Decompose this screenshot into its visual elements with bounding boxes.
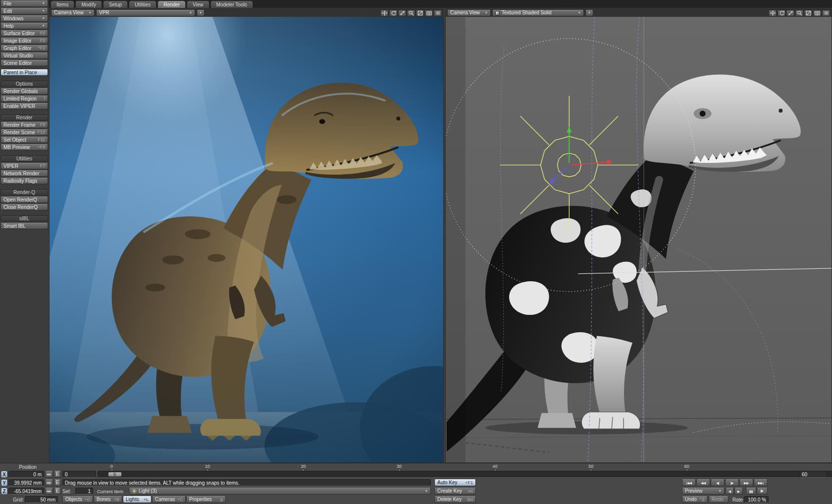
timeline-ruler[interactable]: 0 10 20 30 40 50 60 <box>98 463 797 470</box>
render-mode-dropdown[interactable]: VPR▼ <box>96 10 195 16</box>
virtual-studio-button[interactable]: Virtual Studio <box>0 52 48 59</box>
tab-view[interactable]: View <box>187 0 209 8</box>
redo-button[interactable]: Redo <box>709 496 728 503</box>
ruler-tick: 60 <box>684 464 689 469</box>
tab-utilities[interactable]: Utilities <box>129 0 156 8</box>
limited-region-button[interactable]: Limited Regionl <box>0 96 48 102</box>
viewport-options-dropdown[interactable]: ▼ <box>585 10 593 16</box>
preview-step-forward-button[interactable]: ▶ <box>734 488 743 495</box>
surface-editor-button[interactable]: Surface EditorF5 <box>0 30 48 37</box>
x-axis-label[interactable]: X <box>1 471 7 478</box>
tab-setup[interactable]: Setup <box>103 0 128 8</box>
y-envelope-button[interactable]: E <box>54 479 61 486</box>
pan-icon[interactable] <box>769 10 777 16</box>
enable-viper-button[interactable]: Enable VIPER <box>0 103 48 109</box>
preview-step-back-button[interactable]: ◀ <box>726 488 734 495</box>
auto-key-button[interactable]: Auto Key+F1 <box>434 479 476 486</box>
next-keyframe-button[interactable]: ▶▶ <box>739 479 753 486</box>
rotate-icon[interactable] <box>778 10 785 16</box>
viewport-options-dropdown[interactable]: ▼ <box>197 10 205 16</box>
z-envelope-button[interactable]: E <box>54 488 61 495</box>
prev-frame-button[interactable]: ◀| <box>711 479 725 486</box>
tab-render[interactable]: Render <box>157 0 186 8</box>
tab-modify[interactable]: Modify <box>75 0 102 8</box>
camera-toggle-icon[interactable] <box>813 10 821 16</box>
viewport-right-header: Camera View▼ Textured Shaded Solid▼ ▼ <box>446 9 832 17</box>
parent-in-place-button[interactable]: Parent in Place <box>0 69 48 76</box>
z-nudge-stepper[interactable]: ◀▶ <box>45 488 53 495</box>
start-frame-field[interactable]: 0 <box>62 471 96 478</box>
pan-icon[interactable] <box>380 10 388 16</box>
viewport-menu-icon[interactable] <box>434 10 442 16</box>
menu-edit[interactable]: Edit▼ <box>0 8 48 14</box>
scene-editor-button[interactable]: Scene Editor <box>0 60 48 66</box>
magnify-icon[interactable] <box>407 10 415 16</box>
y-nudge-stepper[interactable]: ◀▶ <box>45 479 53 486</box>
cameras-mode-button[interactable]: Cameras+C <box>152 496 186 503</box>
render-scene-button[interactable]: Render SceneF10 <box>0 129 48 136</box>
x-envelope-button[interactable]: E <box>54 471 61 478</box>
split-view-icon[interactable] <box>416 10 424 16</box>
z-position-field[interactable]: -65.0419mm <box>8 488 44 495</box>
image-editor-button[interactable]: Image EditorF6 <box>0 38 48 44</box>
close-renderq-button[interactable]: Close RenderQ <box>0 204 48 210</box>
frame-slider-track[interactable]: 0 <box>98 471 832 478</box>
viper-button[interactable]: VIPERF7 <box>0 163 48 169</box>
view-type-dropdown[interactable]: Camera View▼ <box>51 10 95 16</box>
view-type-dropdown[interactable]: Camera View▼ <box>447 10 491 16</box>
vpr-render-view[interactable] <box>50 17 443 462</box>
smart-ibl-button[interactable]: Smart IBL <box>0 223 48 229</box>
x-nudge-stepper[interactable]: ◀▶ <box>45 471 53 478</box>
render-globals-button[interactable]: Render Globals <box>0 88 48 95</box>
menu-windows[interactable]: Windows▼ <box>0 15 48 22</box>
objects-mode-button[interactable]: Objects+O <box>62 496 93 503</box>
menu-file[interactable]: File ▼ <box>0 0 48 7</box>
pause-button[interactable]: ▮▮ <box>746 488 756 495</box>
properties-button[interactable]: Propertiesp <box>186 496 226 503</box>
shaded-solid-view[interactable] <box>446 17 832 462</box>
create-key-button[interactable]: Create Keyret <box>434 488 476 495</box>
rate-field[interactable]: 100.0 % <box>744 496 769 503</box>
render-frame-button[interactable]: Render FrameF9 <box>0 122 48 128</box>
grid-size-field[interactable]: 50 mm <box>25 496 58 503</box>
end-frame-field[interactable]: 60 <box>799 471 827 478</box>
go-first-frame-button[interactable]: |◀◀ <box>682 479 696 486</box>
tab-items[interactable]: Items <box>51 0 74 8</box>
mb-preview-button[interactable]: MB Preview+F9 <box>0 144 48 151</box>
graph-editor-button[interactable]: Graph Editor^F2 <box>0 45 48 51</box>
rotate-icon[interactable] <box>389 10 397 16</box>
z-axis-label[interactable]: Z <box>1 488 7 495</box>
delete-key-button[interactable]: Delete Keydel <box>434 496 476 503</box>
y-position-field[interactable]: 39.9992 mm <box>8 479 44 486</box>
camera-toggle-icon[interactable] <box>425 10 433 16</box>
viewport-menu-icon[interactable] <box>822 10 830 16</box>
ruler-tick: 50 <box>588 464 593 469</box>
sel-object-button[interactable]: Sel ObjectF11 <box>0 137 48 143</box>
bones-mode-button[interactable]: Bones+B <box>94 496 122 503</box>
section-sibl: sIBL <box>0 215 48 222</box>
zoom-icon[interactable] <box>398 10 406 16</box>
x-position-field[interactable]: 0 m <box>8 471 44 478</box>
lights-mode-button[interactable]: Lights+L <box>123 496 152 503</box>
open-renderq-button[interactable]: Open RenderQ <box>0 197 48 203</box>
tab-modeler-tools[interactable]: Modeler Tools <box>210 0 253 8</box>
step-right-icon: ▶ <box>49 490 52 493</box>
preview-dropdown[interactable]: Preview▼ <box>682 488 725 495</box>
frame-slider-handle[interactable]: 0 <box>108 472 122 477</box>
viewport-left-header: Camera View▼ VPR▼ ▼ <box>50 9 443 17</box>
zoom-icon[interactable] <box>786 10 794 16</box>
current-item-dropdown[interactable]: Light (3) ▼ <box>129 488 431 495</box>
next-frame-button[interactable]: |▶ <box>725 479 739 486</box>
go-last-frame-button[interactable]: ▶▶| <box>754 479 768 486</box>
current-item-label: Current Item <box>97 488 128 495</box>
render-mode-dropdown[interactable]: Textured Shaded Solid▼ <box>492 10 584 16</box>
play-button[interactable]: ▶ <box>757 488 768 495</box>
magnify-icon[interactable] <box>795 10 803 16</box>
prev-keyframe-button[interactable]: ◀◀ <box>696 479 710 486</box>
menu-help[interactable]: Help▼ <box>0 23 48 29</box>
undo-button[interactable]: Undo^Z <box>682 496 708 503</box>
network-render-button[interactable]: Network Render <box>0 170 48 177</box>
split-view-icon[interactable] <box>804 10 812 16</box>
y-axis-label[interactable]: Y <box>1 479 7 486</box>
radiosity-flags-button[interactable]: Radiosity Flags <box>0 178 48 184</box>
